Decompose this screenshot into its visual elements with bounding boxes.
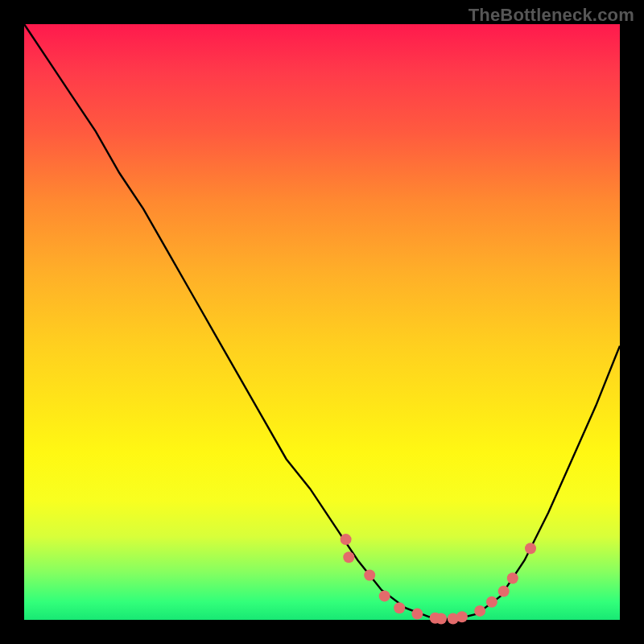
plot-area	[24, 24, 620, 620]
data-dot	[456, 611, 468, 622]
data-dot	[498, 586, 510, 597]
data-dot	[507, 572, 518, 584]
data-dot	[341, 534, 352, 545]
data-dot	[486, 597, 497, 608]
data-dot	[364, 570, 375, 581]
data-dot	[436, 613, 447, 625]
chart-svg	[24, 24, 620, 620]
data-dot	[525, 543, 536, 554]
chart-stage: TheBottleneck.com	[0, 0, 644, 644]
data-dot	[394, 602, 405, 613]
data-dot	[379, 590, 390, 601]
dot-layer	[341, 534, 536, 624]
bottleneck-curve	[24, 24, 620, 620]
data-dot	[411, 609, 423, 620]
data-dot	[474, 605, 485, 617]
data-dot	[343, 551, 354, 563]
watermark-text: TheBottleneck.com	[469, 5, 634, 26]
